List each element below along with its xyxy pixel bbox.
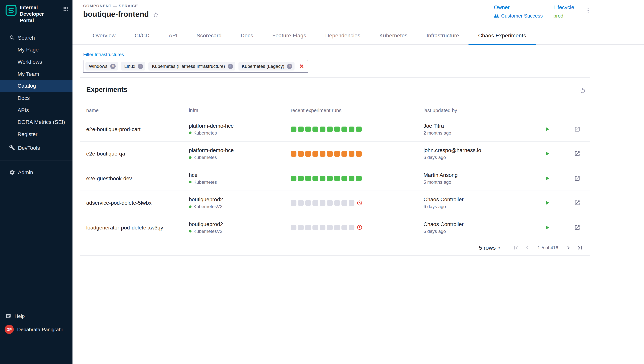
owner-value[interactable]: Customer Success [494,13,543,19]
sidebar-item-admin[interactable]: Admin [0,166,73,178]
tab-dependencies[interactable]: Dependencies [316,27,370,44]
sidebar-item-workflows[interactable]: Workflows [0,56,73,68]
run-square[interactable] [334,151,340,156]
last-page-button[interactable] [576,244,583,251]
run-square[interactable] [320,151,325,156]
run-square[interactable] [305,225,311,230]
sidebar-item-devtools[interactable]: DevTools [0,142,73,154]
open-experiment-button[interactable] [574,200,580,206]
run-square[interactable] [342,225,347,230]
first-page-button[interactable] [512,244,519,251]
run-square[interactable] [320,176,325,181]
owner-label[interactable]: Owner [494,4,543,10]
run-square[interactable] [305,200,311,206]
sidebar-item-my-team[interactable]: My Team [0,68,73,80]
sidebar-item-catalog[interactable]: Catalog [0,80,73,92]
open-experiment-button[interactable] [574,224,580,230]
open-experiment-button[interactable] [574,175,580,182]
run-square[interactable] [327,200,333,206]
run-square[interactable] [356,176,362,181]
infrastructure-filter-input[interactable]: Windows✕Linux✕Kubernetes (Harness Infras… [83,60,308,73]
run-square[interactable] [349,126,354,132]
chip-remove-icon[interactable]: ✕ [110,64,115,69]
run-square[interactable] [291,200,296,206]
tab-ci-cd[interactable]: CI/CD [125,27,159,44]
sidebar-item-search[interactable]: Search [0,32,73,44]
run-square[interactable] [312,151,318,156]
run-square[interactable] [334,126,340,132]
tab-scorecard[interactable]: Scorecard [187,27,231,44]
run-square[interactable] [298,200,303,206]
kebab-menu-icon[interactable] [585,7,591,14]
run-square[interactable] [291,225,296,230]
tab-api[interactable]: API [159,27,187,44]
run-square[interactable] [305,151,311,156]
sidebar-item-register[interactable]: Register [0,128,73,140]
run-square[interactable] [327,151,333,156]
run-square[interactable] [312,126,318,132]
run-square[interactable] [320,225,325,230]
help-button[interactable]: Help [0,310,73,322]
run-square[interactable] [298,176,303,181]
run-square[interactable] [312,200,318,206]
run-square[interactable] [327,225,333,230]
next-page-button[interactable] [565,244,572,251]
run-square[interactable] [320,200,325,206]
chip-remove-icon[interactable]: ✕ [228,64,233,69]
run-square[interactable] [342,176,347,181]
run-square[interactable] [334,225,340,230]
run-square[interactable] [298,151,303,156]
filter-infrastructures-link[interactable]: Filter Infrastructures [83,52,124,57]
run-square[interactable] [349,200,354,206]
previous-page-button[interactable] [524,244,531,251]
run-square[interactable] [342,151,347,156]
run-experiment-button[interactable] [544,126,550,133]
run-square[interactable] [356,151,362,156]
run-experiment-button[interactable] [544,175,550,182]
chip-remove-icon[interactable]: ✕ [138,64,143,69]
run-square[interactable] [356,126,362,132]
lifecycle-label[interactable]: Lifecycle [553,4,574,10]
run-square[interactable] [312,225,318,230]
run-square[interactable] [349,225,354,230]
sidebar-item-apis[interactable]: APIs [0,104,73,116]
run-square[interactable] [305,126,311,132]
run-square[interactable] [298,225,303,230]
run-square[interactable] [327,176,333,181]
tab-kubernetes[interactable]: Kubernetes [370,27,417,44]
run-square[interactable] [312,176,318,181]
refresh-icon[interactable] [579,88,586,94]
run-square[interactable] [342,200,347,206]
run-square[interactable] [342,126,347,132]
clear-filters-icon[interactable]: ✕ [299,63,304,69]
run-square[interactable] [291,126,296,132]
sidebar-item-my-page[interactable]: My Page [0,44,73,56]
chip-remove-icon[interactable]: ✕ [287,64,292,69]
run-square[interactable] [291,151,296,156]
rows-per-page-select[interactable]: 5 rows ▾ [479,244,500,251]
run-square[interactable] [305,176,311,181]
tab-infrastructure[interactable]: Infrastructure [417,27,469,44]
sidebar-item-dora-metrics-sei[interactable]: DORA Metrics (SEI) [0,116,73,128]
tab-docs[interactable]: Docs [231,27,263,44]
sidebar-item-docs[interactable]: Docs [0,92,73,104]
open-experiment-button[interactable] [574,151,580,157]
run-square[interactable] [334,176,340,181]
run-square[interactable] [298,126,303,132]
tab-feature-flags[interactable]: Feature Flags [263,27,316,44]
run-square[interactable] [327,126,333,132]
tab-overview[interactable]: Overview [83,27,125,44]
user-menu[interactable]: DP Debabrata Panigrahi [0,322,73,336]
run-square[interactable] [349,176,354,181]
run-square[interactable] [334,200,340,206]
run-experiment-button[interactable] [544,200,550,206]
apps-grid-icon[interactable] [63,6,69,12]
run-square[interactable] [349,151,354,156]
run-square[interactable] [320,126,325,132]
run-experiment-button[interactable] [544,150,550,157]
run-experiment-button[interactable] [544,224,550,231]
run-square[interactable] [291,176,296,181]
open-experiment-button[interactable] [574,126,580,132]
tab-chaos-experiments[interactable]: Chaos Experiments [469,27,536,44]
favorite-star-icon[interactable] [153,12,159,18]
